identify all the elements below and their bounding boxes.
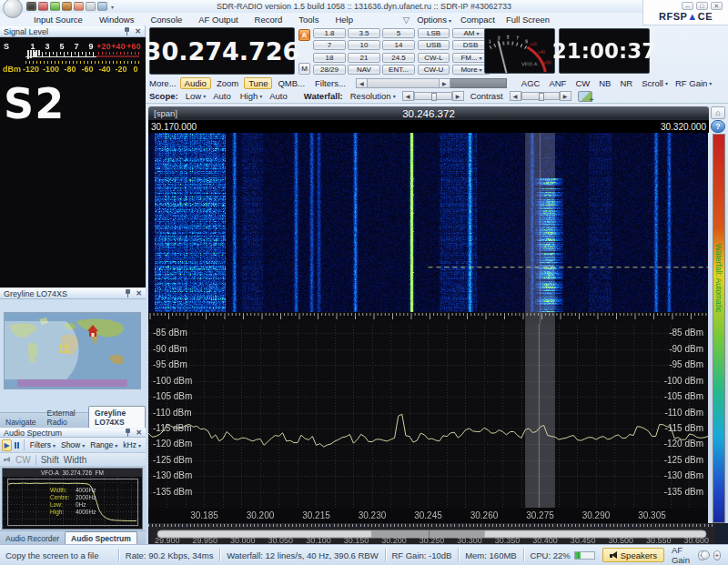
keypad-button[interactable]: 28/29 xyxy=(313,65,346,75)
toolbar-toggle[interactable]: Filters... xyxy=(310,77,350,89)
waterfall-colorbar[interactable]: Waterfall: Automatic xyxy=(713,134,725,523)
dsp-button[interactable]: AGC xyxy=(518,78,546,88)
pause-button[interactable] xyxy=(12,439,21,451)
filter-funnel-icon[interactable]: ▽ xyxy=(403,15,410,25)
menu-item[interactable]: AF Output xyxy=(190,15,246,25)
cw-toggle[interactable]: CW xyxy=(15,455,31,465)
close-button[interactable]: ✕ xyxy=(711,2,723,10)
scope-option[interactable]: Auto xyxy=(209,91,237,101)
tab[interactable]: Greyline LO74XS xyxy=(88,406,146,428)
speakers-button[interactable]: Speakers xyxy=(602,548,664,562)
toolbar-toggle[interactable]: Tune xyxy=(244,77,272,89)
volume-up-button[interactable]: + xyxy=(713,550,721,560)
restore-button[interactable]: □ xyxy=(696,2,708,10)
help-button[interactable]: ? xyxy=(711,120,725,133)
close-panel-icon[interactable]: ✕ xyxy=(135,27,141,35)
mode-button[interactable]: CW-L xyxy=(418,53,450,63)
scrollbar-range[interactable] xyxy=(450,78,507,88)
tab[interactable]: Navigate xyxy=(0,416,42,428)
span-header[interactable]: [span] 30.246.372 xyxy=(148,106,709,120)
waterfall-display[interactable] xyxy=(148,133,708,324)
keypad-button[interactable]: 7 xyxy=(313,40,346,50)
resolution-dropdown[interactable]: Resolution▾ xyxy=(347,91,399,101)
mode-button[interactable]: CW-U xyxy=(418,65,450,75)
keypad-button[interactable]: 18 xyxy=(313,53,346,63)
slider-thumb[interactable] xyxy=(431,93,437,101)
signal-level-body: S2 xyxy=(0,37,146,288)
dsp-button[interactable]: NB xyxy=(595,78,616,88)
slider-left-icon[interactable]: ◀ xyxy=(510,91,521,101)
dsp-button[interactable]: CW xyxy=(571,78,595,88)
dsp-button[interactable]: Scroll▾ xyxy=(638,78,672,88)
scroll-right-icon[interactable]: ▶ xyxy=(439,78,450,88)
width-button[interactable]: Width xyxy=(64,455,87,465)
resolution-slider[interactable]: ◀ ▶ xyxy=(402,91,464,101)
keypad-button[interactable]: 24.5 xyxy=(382,53,415,63)
keypad-button[interactable]: 3.5 xyxy=(348,28,380,38)
shift-button[interactable]: Shift xyxy=(41,455,59,465)
pin-icon[interactable] xyxy=(124,27,130,35)
keypad-button[interactable]: 1.8 xyxy=(313,28,346,38)
scope-option[interactable]: High▾ xyxy=(237,91,267,101)
minimize-button[interactable]: – xyxy=(682,2,693,10)
capture-screen-icon[interactable] xyxy=(578,91,592,102)
slider-left-icon[interactable]: ◀ xyxy=(402,91,414,101)
tab[interactable]: Audio Recorder xyxy=(0,532,65,544)
audio-dropdown[interactable]: Show▾ xyxy=(58,440,87,449)
slider-right-icon[interactable]: ▶ xyxy=(560,91,571,101)
scroll-left-icon[interactable]: ◀ xyxy=(356,78,368,88)
dsp-button[interactable]: NR xyxy=(616,78,638,88)
dsp-button[interactable]: ANF xyxy=(545,78,571,88)
mode-button[interactable]: USB xyxy=(418,40,450,50)
play-button[interactable]: ▶ xyxy=(2,439,12,451)
more-button[interactable]: More... xyxy=(146,78,180,88)
menu-item[interactable]: Input Source xyxy=(25,15,91,25)
band-ruler[interactable] xyxy=(148,523,715,544)
mode-button[interactable]: LSB xyxy=(418,28,450,38)
menu-right-item[interactable]: Compact xyxy=(460,15,497,25)
muted-speaker-icon[interactable] xyxy=(4,457,11,463)
keypad-button[interactable]: 21 xyxy=(348,53,380,63)
audio-dropdown[interactable]: Filters▾ xyxy=(27,440,58,449)
keypad-button[interactable]: 10 xyxy=(348,40,380,50)
pin-icon[interactable] xyxy=(125,289,131,298)
close-panel-icon[interactable]: ✕ xyxy=(136,429,142,437)
vfo-a-button[interactable]: A xyxy=(298,29,310,41)
world-map[interactable] xyxy=(4,312,141,389)
pin-icon[interactable] xyxy=(125,429,131,437)
vfo-m-button[interactable]: M xyxy=(298,63,310,75)
toolbar-toggle[interactable]: Zoom xyxy=(212,77,243,89)
slider-right-icon[interactable]: ▶ xyxy=(452,91,464,101)
frequency-display[interactable]: 30.274.726 xyxy=(149,27,295,75)
tab[interactable]: Audio Spectrum xyxy=(65,531,137,544)
audio-dropdown[interactable]: Range▾ xyxy=(87,440,120,449)
scrollbar-track[interactable] xyxy=(368,78,439,88)
keypad-button[interactable]: 14 xyxy=(382,40,415,50)
band-keypad: 1.83.5571014182124.528/29NAVENT... xyxy=(313,28,415,75)
menu-item[interactable]: Record xyxy=(247,15,291,25)
menu-item[interactable]: Help xyxy=(327,15,361,25)
menu-item[interactable]: Console xyxy=(142,15,190,25)
scope-option[interactable]: Low▾ xyxy=(182,91,209,101)
volume-thumb[interactable] xyxy=(701,550,710,560)
toolbar-toggle[interactable]: QMB... xyxy=(273,77,309,89)
slider-thumb[interactable] xyxy=(539,93,544,101)
spectrum-display[interactable] xyxy=(148,324,708,523)
tuning-scrollbar[interactable]: ◀ ▶ xyxy=(356,78,507,88)
menu-item[interactable]: Windows xyxy=(91,15,143,25)
toolbar-toggle[interactable]: Audio xyxy=(180,77,211,89)
menu-item[interactable]: Tools xyxy=(290,15,327,25)
menu-right-item[interactable]: Options▾ xyxy=(417,15,451,25)
menu-right-item[interactable]: Full Screen xyxy=(506,15,551,25)
tab[interactable]: External Radio xyxy=(42,407,89,428)
close-panel-icon[interactable]: ✕ xyxy=(136,289,142,298)
scope-option[interactable]: Auto xyxy=(266,91,293,101)
audio-dropdown[interactable]: kHz▾ xyxy=(120,440,144,449)
keypad-button[interactable]: ENT... xyxy=(382,65,415,75)
home-span-button[interactable]: ⌂ xyxy=(711,106,725,119)
keypad-button[interactable]: NAV xyxy=(348,65,380,75)
center-frequency: 30.246.372 xyxy=(148,108,709,119)
dsp-button[interactable]: RF Gain▾ xyxy=(672,78,715,88)
keypad-button[interactable]: 5 xyxy=(382,28,415,38)
contrast-slider[interactable]: ◀ ▶ xyxy=(510,91,571,101)
